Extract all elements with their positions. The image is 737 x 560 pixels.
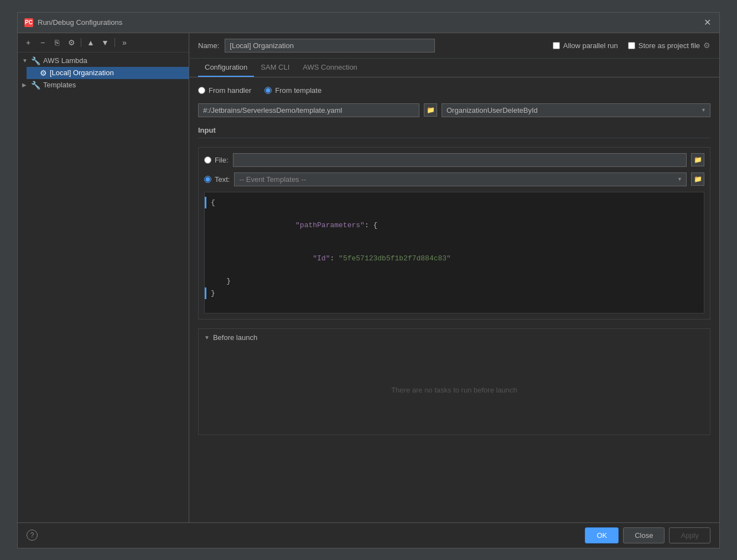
sidebar-toolbar: + − ⎘ ⚙ ▲ ▼ » (18, 33, 189, 53)
allow-parallel-checkbox[interactable] (553, 42, 560, 49)
radio-from-template[interactable]: From template (264, 86, 321, 95)
templates-icon: 🔧 (31, 81, 40, 90)
name-input[interactable] (225, 39, 435, 53)
expand-arrow-templates: ▶ (22, 82, 31, 88)
template-path-input[interactable] (198, 103, 419, 117)
text-row: Text: -- Event Templates -- 📁 (204, 172, 704, 186)
code-editor[interactable]: { "pathParameters": { "Id": "5fe57123db5… (204, 192, 704, 313)
before-launch-label: Before launch (213, 333, 257, 342)
before-launch-empty-text: There are no tasks to run before launch (391, 386, 517, 394)
toolbar-separator-2 (115, 38, 115, 47)
radio-from-handler[interactable]: From handler (198, 86, 251, 95)
code-line-2: "pathParameters": { (205, 208, 704, 242)
name-label: Name: (198, 41, 219, 50)
dialog-title: Run/Debug Configurations (38, 18, 122, 27)
code-line-4: } (205, 275, 704, 287)
allow-parallel-label[interactable]: Allow parallel run (553, 41, 618, 50)
close-window-button[interactable]: ✕ (702, 17, 713, 28)
store-project-checkbox[interactable] (628, 42, 635, 49)
tab-bar: Configuration SAM CLI AWS Connection (189, 59, 719, 77)
aws-lambda-icon: 🔧 (31, 56, 40, 65)
radio-file[interactable]: File: (204, 156, 229, 164)
move-down-button[interactable]: ▼ (99, 36, 111, 49)
store-project-settings-icon[interactable]: ⚙ (703, 41, 710, 50)
templates-group-label: Templates (43, 81, 184, 89)
input-section: File: 📁 Text: (198, 147, 710, 320)
title-bar-left: PC Run/Debug Configurations (24, 18, 122, 27)
close-button[interactable]: Close (623, 527, 665, 543)
aws-lambda-children: ⚙ [Local] Organization (18, 67, 189, 79)
from-handler-label: From handler (209, 86, 251, 95)
move-up-button[interactable]: ▲ (85, 36, 97, 49)
settings-config-button[interactable]: ⚙ (65, 36, 77, 49)
browse-event-button[interactable]: 📁 (691, 172, 704, 186)
apply-button[interactable]: Apply (669, 527, 710, 543)
run-debug-dialog: PC Run/Debug Configurations ✕ + − ⎘ ⚙ ▲ … (17, 12, 720, 548)
more-button[interactable]: » (118, 36, 131, 49)
from-handler-radio[interactable] (198, 87, 205, 94)
tab-configuration[interactable]: Configuration (198, 59, 254, 77)
code-line-5: } (205, 287, 704, 300)
from-template-label: From template (275, 86, 321, 95)
code-line-3: "Id": "5fe57123db5f1b2f7d884c83" (205, 242, 704, 276)
text-radio[interactable] (204, 176, 211, 183)
tab-sam-cli[interactable]: SAM CLI (254, 59, 296, 77)
main-content: + − ⎘ ⚙ ▲ ▼ » ▼ 🔧 AWS Lambda (18, 33, 719, 522)
store-project-label[interactable]: Store as project file (628, 41, 700, 50)
sidebar-item-local-org[interactable]: ⚙ [Local] Organization (27, 67, 189, 79)
app-icon: PC (24, 18, 33, 27)
name-row: Name: Allow parallel run Store as projec… (189, 33, 719, 59)
before-launch-header[interactable]: ▼ Before launch (199, 329, 710, 346)
event-templates-select[interactable]: -- Event Templates -- (234, 172, 687, 186)
remove-config-button[interactable]: − (37, 36, 49, 49)
before-launch-collapse-arrow: ▼ (204, 334, 210, 341)
config-panel: From handler From template 📁 O (189, 77, 719, 522)
text-radio-label: Text: (215, 175, 230, 184)
function-select-wrapper: OrganizationUserDeleteById (442, 103, 710, 117)
function-select[interactable]: OrganizationUserDeleteById (442, 103, 710, 117)
code-line-1: { (205, 197, 704, 209)
sidebar-group-templates[interactable]: ▶ 🔧 Templates (18, 79, 189, 91)
bottom-bar: ? OK Close Apply (18, 522, 719, 548)
ok-button[interactable]: OK (585, 527, 619, 543)
toolbar-separator (81, 38, 81, 47)
sidebar: + − ⎘ ⚙ ▲ ▼ » ▼ 🔧 AWS Lambda (18, 33, 189, 522)
checkbox-group: Allow parallel run Store as project file… (553, 41, 710, 50)
sidebar-tree: ▼ 🔧 AWS Lambda ⚙ [Local] Organization ▶ … (18, 53, 189, 522)
add-config-button[interactable]: + (22, 36, 34, 49)
browse-template-button[interactable]: 📁 (424, 103, 437, 117)
local-org-label: [Local] Organization (50, 69, 184, 77)
from-template-radio[interactable] (264, 87, 272, 94)
expand-arrow-aws-lambda: ▼ (22, 57, 31, 64)
help-button[interactable]: ? (27, 530, 38, 541)
aws-lambda-group-label: AWS Lambda (43, 56, 184, 65)
event-templates-wrapper: -- Event Templates -- (234, 172, 687, 186)
action-buttons: OK Close Apply (585, 527, 710, 543)
browse-event-icon: 📁 (694, 175, 702, 183)
template-row: 📁 OrganizationUserDeleteById (198, 103, 710, 117)
file-row: File: 📁 (204, 153, 704, 167)
file-path-input[interactable] (233, 153, 687, 167)
tab-aws-connection[interactable]: AWS Connection (296, 59, 364, 77)
before-launch-section: ▼ Before launch There are no tasks to ru… (198, 328, 710, 435)
file-radio-label: File: (215, 156, 229, 164)
browse-file-button[interactable]: 📁 (691, 153, 704, 166)
copy-config-button[interactable]: ⎘ (51, 36, 63, 49)
radio-text[interactable]: Text: (204, 175, 230, 184)
local-org-icon: ⚙ (40, 69, 47, 77)
input-section-label: Input (198, 126, 710, 138)
before-launch-body: There are no tasks to run before launch (199, 346, 710, 435)
file-radio[interactable] (204, 156, 211, 164)
radio-row: From handler From template (198, 86, 710, 95)
browse-icon: 📁 (427, 106, 435, 114)
browse-file-icon: 📁 (694, 156, 702, 164)
title-bar: PC Run/Debug Configurations ✕ (18, 13, 719, 33)
right-panel: Name: Allow parallel run Store as projec… (189, 33, 719, 522)
sidebar-group-aws-lambda[interactable]: ▼ 🔧 AWS Lambda (18, 55, 189, 67)
